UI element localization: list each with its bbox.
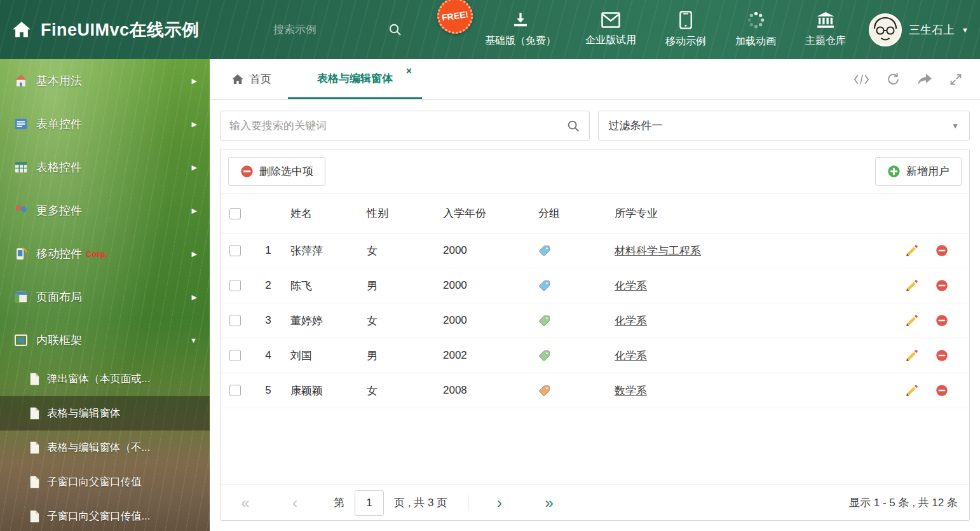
tab-close-icon[interactable]: × [406,66,412,77]
delete-icon[interactable] [936,349,948,362]
major-link[interactable]: 化学系 [615,279,647,293]
search-icon[interactable] [388,22,402,37]
sidebar-item-basic-usage[interactable]: 基本用法 ▶ [0,59,210,102]
tab-grid-edit-window[interactable]: 表格与编辑窗体 × [288,59,422,99]
grid-empty-space [221,408,969,485]
user-menu[interactable]: 三生石上 ▼ [869,0,969,59]
row-name: 董婷婷 [280,314,357,328]
tag-icon [538,245,550,257]
add-user-button[interactable]: 新增用户 [875,157,962,186]
major-link[interactable]: 化学系 [615,314,647,328]
edit-icon[interactable] [906,349,918,362]
form-icon [14,117,28,131]
expand-icon[interactable] [949,73,962,86]
col-header-major[interactable]: 所学专业 [604,206,898,221]
first-page-button[interactable]: « [232,494,259,512]
keyword-search-input[interactable] [229,120,566,132]
sidebar-subitem-popup-window[interactable]: 弹出窗体（本页面或... [0,362,210,396]
nav-item-enterprise-trial[interactable]: 企业版试用 [571,0,651,59]
filter-row: 过滤条件一 ▼ [220,111,970,141]
next-page-button[interactable]: › [486,494,513,512]
delete-selected-label: 删除选中项 [259,164,313,179]
delete-icon[interactable] [936,279,948,292]
bank-icon [816,11,835,29]
delete-icon[interactable] [936,244,948,257]
major-link[interactable]: 数学系 [615,383,647,398]
col-header-gender[interactable]: 性别 [357,206,433,221]
row-number: 3 [256,314,280,327]
page-number-input[interactable] [355,490,384,516]
delete-icon[interactable] [936,384,948,397]
edit-icon[interactable] [906,279,918,292]
last-page-button[interactable]: » [536,494,562,512]
tab-home[interactable]: 首页 [215,59,288,99]
nav-item-basic-edition[interactable]: 基础版（免费） [470,0,571,59]
delete-selected-button[interactable]: 删除选中项 [228,157,325,186]
nav-item-theme-store[interactable]: 主题仓库 [791,0,861,59]
edit-icon[interactable] [906,314,918,327]
sidebar-item-form-controls[interactable]: 表单控件 ▶ [0,102,210,146]
edit-icon[interactable] [906,244,918,257]
chevron-right-icon: ▶ [192,120,197,128]
sidebar-subitem-label: 表格与编辑窗体（不... [47,441,150,455]
sidebar-subitem-child-to-parent[interactable]: 子窗口向父窗口传值 [0,465,210,499]
sidebar-item-page-layout[interactable]: 页面布局 ▶ [0,275,210,319]
delete-icon[interactable] [936,314,948,327]
col-header-year[interactable]: 入学年份 [433,206,528,221]
header-search-input[interactable] [273,24,362,36]
code-icon[interactable] [854,74,869,85]
select-all-checkbox[interactable] [229,208,241,219]
sidebar-item-label: 基本用法 [36,73,82,88]
row-name: 康颖颖 [280,383,357,398]
header-nav: 基础版（免费） 企业版试用 移动示例 [470,0,861,59]
row-checkbox[interactable] [229,315,241,326]
sidebar-subitem-child-to-parent-2[interactable]: 子窗口向父窗口传值... [0,499,210,531]
page-label-suffix: 页 , 共 3 页 [394,495,447,510]
edit-icon[interactable] [906,384,918,397]
row-checkbox[interactable] [229,245,241,256]
sidebar-subitem-grid-edit-window-2[interactable]: 表格与编辑窗体（不... [0,431,210,465]
row-number: 2 [256,279,280,292]
row-checkbox[interactable] [229,385,241,396]
add-user-label: 新增用户 [906,164,949,179]
brand[interactable]: FineUIMvc在线示例 [11,0,200,59]
nav-item-label: 加载动画 [735,35,776,48]
row-year: 2000 [433,279,528,292]
row-year: 2002 [433,349,528,362]
col-header-name[interactable]: 姓名 [280,206,357,221]
row-checkbox[interactable] [229,280,241,291]
refresh-icon[interactable] [887,72,900,86]
nav-item-label: 基础版（免费） [485,34,556,48]
row-checkbox[interactable] [229,350,241,361]
sidebar: 基本用法 ▶ 表单控件 ▶ 表格控件 ▶ 更多控件 ▶ [0,59,210,531]
search-icon[interactable] [566,119,580,133]
sidebar-subitem-label: 弹出窗体（本页面或... [47,372,150,386]
row-gender: 女 [357,244,433,258]
sidebar-item-label: 表格控件 [36,160,82,175]
sidebar-item-mobile-controls[interactable]: 移动控件 Corp. ▶ [0,232,210,275]
row-year: 2000 [433,244,528,257]
tag-icon [538,385,550,397]
major-link[interactable]: 化学系 [615,348,647,363]
chevron-right-icon: ▶ [192,293,197,301]
table-row: 5 康颖颖 女 2008 数学系 [221,373,969,408]
prev-page-button[interactable]: ‹ [282,494,308,512]
top-header: FineUIMvc在线示例 FREE! 基础版（免费） 企业版试用 [0,0,980,59]
shapes-icon [14,203,28,217]
row-gender: 男 [357,348,433,363]
row-gender: 女 [357,314,433,328]
main-area: 首页 表格与编辑窗体 × [210,59,980,531]
major-link[interactable]: 材料科学与工程系 [615,244,701,258]
sidebar-item-label: 表单控件 [36,116,82,132]
nav-item-loading-animation[interactable]: 加载动画 [721,0,791,59]
filter-dropdown[interactable]: 过滤条件一 ▼ [598,111,970,141]
home-icon [11,20,32,40]
sidebar-subitem-grid-edit-window[interactable]: 表格与编辑窗体 [0,396,210,431]
sidebar-item-more-controls[interactable]: 更多控件 ▶ [0,189,210,232]
sidebar-item-grid-controls[interactable]: 表格控件 ▶ [0,146,210,189]
tab-label: 表格与编辑窗体 [317,71,393,86]
col-header-group[interactable]: 分组 [528,206,604,221]
nav-item-mobile-demo[interactable]: 移动示例 [651,0,721,59]
share-icon[interactable] [917,73,932,86]
sidebar-item-iframe[interactable]: 内联框架 ▼ [0,319,210,362]
